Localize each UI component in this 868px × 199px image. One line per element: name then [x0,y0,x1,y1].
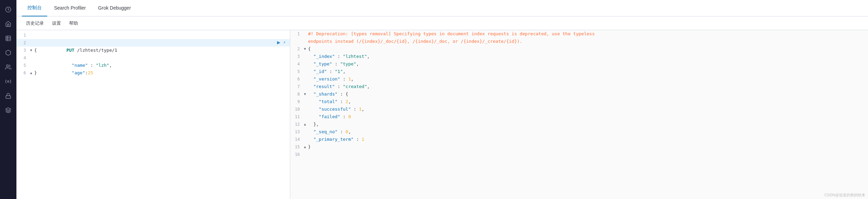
watermark: CSDN@追道的救妈快来 [825,192,865,198]
sidebar [0,0,16,199]
layers-icon[interactable] [1,103,15,117]
editor-line-2: 2 PUT /lzhtest/type/1 [16,39,290,47]
response-line-7: 7 "result" : "created", [290,83,868,90]
tab-search-profiler[interactable]: Search Profiler [49,0,91,16]
package-icon[interactable] [1,46,15,60]
history-button[interactable]: 历史记录 [22,16,48,30]
response-line-16: 16 [290,151,868,158]
svg-point-6 [8,81,9,83]
users-icon[interactable] [1,60,15,74]
editor-line-3: 3 ▼ { [16,47,290,54]
editor-line-4: 4 "name" : "lzh", [16,54,290,62]
response-line-10: 10 "successful" : 1, [290,105,868,113]
tab-grok-debugger[interactable]: Grok Debugger [93,0,137,16]
settings-icon[interactable] [1,75,15,88]
clock-icon[interactable] [1,3,15,16]
help-button[interactable]: 帮助 [65,16,82,30]
editor-line-5: 5 "age":25 [16,62,290,69]
top-nav: 控制台 Search Profiler Grok Debugger [16,0,868,16]
response-line-1b: endpoints instead (/{index}/_doc/{id}, /… [290,38,868,45]
response-line-14: 14 "_primary_term" : 1 [290,136,868,143]
response-line-8: 8 ▼ "_shards" : { [290,90,868,98]
copy-icon[interactable]: ⚡ [283,40,286,45]
svg-marker-8 [6,108,11,111]
right-output-panel: 1 #! Deprecation: [types removal] Specif… [290,30,868,199]
response-line-4: 4 "_type" : "type", [290,60,868,68]
lock-icon[interactable] [1,89,15,103]
response-line-3: 3 "_index" : "lzhtest", [290,53,868,60]
table-icon[interactable] [1,32,15,45]
response-line-13: 13 "_seq_no" : 0, [290,128,868,136]
svg-rect-1 [6,36,11,41]
home-icon[interactable] [1,17,15,31]
tab-console[interactable]: 控制台 [22,0,47,16]
code-editor[interactable]: 1 2 PUT /lzhtest/type/1 3 ▼ { [16,30,290,199]
response-line-15: 15 ▲ } [290,143,868,151]
action-icons: ▶ ⚡ [277,39,286,46]
main-content: 控制台 Search Profiler Grok Debugger 历史记录 设… [16,0,868,199]
response-line-1: 1 #! Deprecation: [types removal] Specif… [290,30,868,38]
left-editor-panel[interactable]: 1 2 PUT /lzhtest/type/1 3 ▼ { [16,30,290,199]
response-line-12: 12 ▲ }, [290,121,868,128]
svg-point-5 [7,65,9,67]
response-line-2: 2 ▼ { [290,45,868,53]
editor-line-6: 6 ▲ } [16,69,290,77]
run-icon[interactable]: ▶ [277,39,281,46]
response-line-11: 11 "failed" : 0 [290,113,868,121]
editor-container: 1 2 PUT /lzhtest/type/1 3 ▼ { [16,30,868,199]
response-line-9: 9 "total" : 2, [290,98,868,105]
response-line-5: 5 "_id" : "1", [290,68,868,75]
svg-rect-7 [6,96,11,98]
settings-button[interactable]: 设置 [48,16,65,30]
secondary-nav: 历史记录 设置 帮助 [16,16,868,30]
editor-line-1: 1 [16,32,290,39]
response-line-6: 6 "_version" : 1, [290,75,868,83]
